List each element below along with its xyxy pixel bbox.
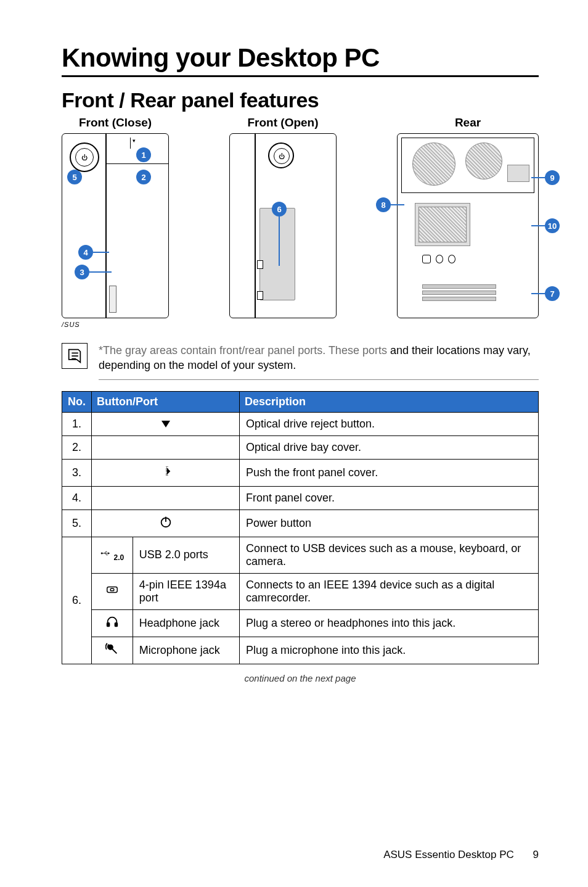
cell-desc: Optical drive reject button. xyxy=(240,412,539,435)
callout-10: 10 xyxy=(545,218,560,233)
svg-rect-8 xyxy=(107,622,110,626)
cell-no: 2. xyxy=(62,435,92,459)
svg-rect-9 xyxy=(115,622,117,626)
cell-desc: Connect to USB devices such as a mouse, … xyxy=(240,537,539,573)
table-row: 3. PUSH Push the front panel cover. xyxy=(62,459,539,486)
ports-table: No. Button/Port Description 1. Optical d… xyxy=(62,391,539,664)
th-button-port: Button/Port xyxy=(92,391,240,412)
cell-icon xyxy=(92,510,240,537)
cell-no: 6. xyxy=(62,537,92,664)
table-row: 5. Power button xyxy=(62,510,539,537)
note-text: *The gray areas contain front/rear panel… xyxy=(99,343,539,380)
cell-icon xyxy=(92,609,133,637)
diagram-front-close: ⏻ ▾ 1 2 5 4 3 xyxy=(62,133,169,318)
cell-name: Microphone jack xyxy=(133,637,239,664)
callout-5: 5 xyxy=(67,170,82,184)
panel-label: Front (Open) xyxy=(229,116,337,130)
note-gray-text: *The gray areas contain front/rear panel… xyxy=(99,344,387,357)
diagram-rear xyxy=(397,133,539,318)
cell-name: Headphone jack xyxy=(133,609,239,637)
table-row: 4. Front panel cover. xyxy=(62,486,539,510)
ieee1394-icon xyxy=(105,583,119,596)
cell-no: 4. xyxy=(62,486,92,510)
continued-text: continued on the next page xyxy=(62,673,539,683)
section-title: Front / Rear panel features xyxy=(62,88,539,112)
cell-icon xyxy=(92,637,133,664)
table-row: Microphone jack Plug a microphone into t… xyxy=(62,637,539,664)
table-row: 2. Optical drive bay cover. xyxy=(62,435,539,459)
callout-9: 9 xyxy=(545,170,560,185)
th-description: Description xyxy=(240,391,539,412)
diagram-front-open: ⏻ 6 xyxy=(229,133,337,318)
callout-2: 2 xyxy=(136,170,151,184)
callout-4: 4 xyxy=(78,245,93,260)
usb-icon xyxy=(100,547,114,560)
panel-illustrations: Front (Close) ⏻ ▾ 1 2 5 4 3 /SUS xyxy=(62,116,539,328)
asus-logo: /SUS xyxy=(62,321,169,328)
triangle-down-icon xyxy=(161,421,170,427)
chapter-title: Knowing your Desktop PC xyxy=(62,43,539,77)
cell-icon xyxy=(92,486,240,510)
panel-rear: Rear 9 10 xyxy=(397,116,539,318)
panel-front-open: Front (Open) ⏻ 6 xyxy=(229,116,337,318)
power-icon xyxy=(159,515,173,529)
svg-point-10 xyxy=(108,645,112,649)
cell-icon xyxy=(92,412,240,435)
cell-name: 4-pin IEEE 1394a port xyxy=(133,573,239,609)
callout-1: 1 xyxy=(136,147,151,162)
usb-version-label: 2.0 xyxy=(114,553,125,562)
note-block: *The gray areas contain front/rear panel… xyxy=(62,343,539,380)
table-row: Headphone jack Plug a stereo or headphon… xyxy=(62,609,539,637)
table-row: 6. 2.0 USB 2.0 ports Connect to USB devi… xyxy=(62,537,539,573)
cell-desc: Front panel cover. xyxy=(240,486,539,510)
headphone-icon xyxy=(105,615,119,629)
cell-icon xyxy=(92,435,240,459)
panel-label: Rear xyxy=(397,116,539,130)
push-icon: PUSH xyxy=(159,464,173,478)
callout-7: 7 xyxy=(545,286,560,301)
footer-product: ASUS Essentio Desktop PC xyxy=(383,849,514,860)
cell-no: 5. xyxy=(62,510,92,537)
cell-icon: PUSH xyxy=(92,459,240,486)
panel-label: Front (Close) xyxy=(62,116,169,130)
note-icon xyxy=(62,343,88,369)
cell-icon: 2.0 xyxy=(92,537,133,573)
page-footer: ASUS Essentio Desktop PC 9 xyxy=(383,849,539,861)
table-row: 4-pin IEEE 1394a port Connects to an IEE… xyxy=(62,573,539,609)
cell-desc: Plug a stereo or headphones into this ja… xyxy=(240,609,539,637)
cell-name: USB 2.0 ports xyxy=(133,537,239,573)
callout-6: 6 xyxy=(272,202,287,217)
callout-8: 8 xyxy=(376,197,391,212)
microphone-icon xyxy=(105,642,119,656)
cell-no: 3. xyxy=(62,459,92,486)
svg-rect-6 xyxy=(107,587,118,593)
table-row: 1. Optical drive reject button. xyxy=(62,412,539,435)
svg-rect-7 xyxy=(110,588,114,591)
cell-no: 1. xyxy=(62,412,92,435)
cell-desc: Plug a microphone into this jack. xyxy=(240,637,539,664)
cell-desc: Push the front panel cover. xyxy=(240,459,539,486)
svg-line-11 xyxy=(112,649,116,653)
cell-desc: Optical drive bay cover. xyxy=(240,435,539,459)
th-no: No. xyxy=(62,391,92,412)
panel-front-close: Front (Close) ⏻ ▾ 1 2 5 4 3 /SUS xyxy=(62,116,169,328)
cell-icon xyxy=(92,573,133,609)
callout-3: 3 xyxy=(75,265,89,279)
svg-point-3 xyxy=(101,553,102,554)
cell-desc: Connects to an IEEE 1394 device such as … xyxy=(240,573,539,609)
page-number: 9 xyxy=(533,849,539,860)
cell-desc: Power button xyxy=(240,510,539,537)
svg-marker-5 xyxy=(108,552,110,554)
